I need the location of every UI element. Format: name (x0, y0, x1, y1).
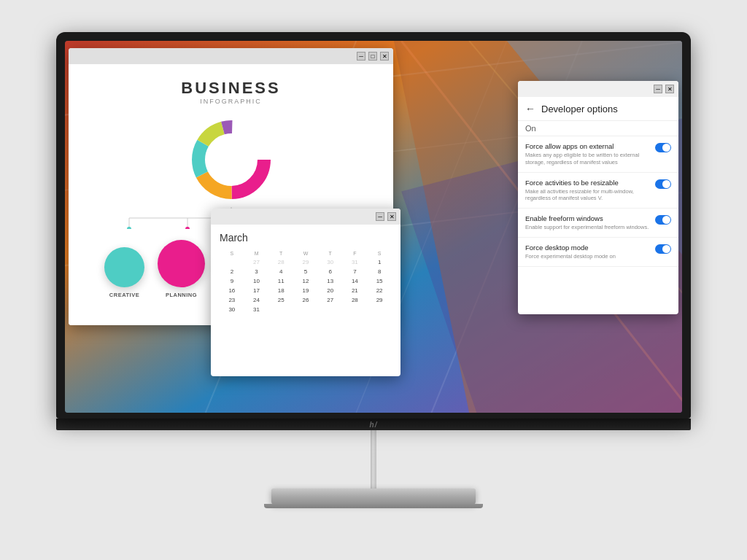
maximize-button[interactable]: □ (368, 52, 377, 61)
infographic-title: BUSINESS INFOGRAPHIC (181, 79, 280, 105)
dev-close-button[interactable]: ✕ (665, 85, 674, 93)
monitor-screen: ─ □ ✕ BUSINESS INFOGRAPHIC (65, 41, 682, 413)
dev-option-3: Enable freeform windows Enable support f… (518, 209, 678, 238)
dev-minimize-button[interactable]: ─ (654, 85, 662, 93)
back-button[interactable]: ← (525, 103, 535, 114)
calendar-week-1: 27 28 29 30 31 1 (220, 257, 392, 267)
infographic-subtitle: INFOGRAPHIC (181, 98, 280, 105)
developer-status: On (518, 121, 678, 136)
dev-option-3-title: Enable freeform windows (525, 214, 649, 222)
donut-chart (187, 116, 275, 203)
infographic-titlebar: ─ □ ✕ (69, 48, 393, 64)
circle-item-creative: CREATIVE (104, 247, 144, 298)
dev-option-2-title: Force activities to be resizable (525, 179, 649, 187)
monitor-base-foot (264, 504, 483, 508)
dev-toggle-1[interactable] (655, 143, 671, 152)
cal-close-button[interactable]: ✕ (387, 212, 396, 221)
circle-item-planning: PLANNING (158, 240, 205, 298)
dev-option-3-text: Enable freeform windows Enable support f… (525, 214, 649, 231)
svg-point-24 (127, 227, 131, 229)
circle-planning (158, 240, 205, 287)
monitor: ─ □ ✕ BUSINESS INFOGRAPHIC (45, 32, 702, 528)
dev-option-2: Force activities to be resizable Make al… (518, 173, 678, 209)
infographic-main-title: BUSINESS (181, 79, 280, 98)
calendar-month-label: March (220, 232, 392, 244)
monitor-frame: ─ □ ✕ BUSINESS INFOGRAPHIC (56, 32, 691, 419)
calendar-content: March S M T W T F S (211, 225, 400, 322)
dev-toggle-4[interactable] (655, 244, 671, 254)
calendar-week-3: 9 10 11 12 13 14 15 (220, 276, 392, 286)
day-header-s1: S (220, 249, 244, 257)
developer-titlebar: ─ ✕ (518, 81, 678, 97)
dev-option-1-text: Force allow apps on external Makes any a… (525, 142, 649, 166)
developer-header: ← Developer options (518, 97, 678, 121)
monitor-neck (371, 430, 376, 489)
hp-logo: h/ (370, 421, 378, 429)
dev-option-2-desc: Make all activities resizable for multi-… (525, 188, 649, 203)
dev-toggle-2[interactable] (655, 179, 671, 189)
day-header-m: M (244, 249, 269, 257)
calendar-week-4: 16 17 18 19 20 21 22 (220, 286, 392, 295)
developer-options-window: ─ ✕ ← Developer options On Force allow a… (518, 81, 678, 314)
calendar-window: ─ ✕ March S M T W T F (211, 209, 400, 376)
calendar-week-5: 23 24 25 26 27 28 29 (220, 295, 392, 305)
svg-point-25 (185, 227, 190, 229)
calendar-grid: S M T W T F S 2 (220, 249, 392, 314)
day-header-t2: T (318, 249, 343, 257)
dev-toggle-3[interactable] (655, 215, 671, 225)
label-planning: PLANNING (166, 292, 197, 298)
dev-option-1-title: Force allow apps on external (525, 142, 649, 150)
day-header-s2: S (367, 249, 392, 257)
calendar-week-6: 30 31 (220, 305, 392, 314)
circle-creative (104, 247, 144, 287)
dev-option-4: Force desktop mode Force experimental de… (518, 238, 678, 267)
day-header-t1: T (268, 249, 293, 257)
close-button[interactable]: ✕ (380, 52, 389, 61)
monitor-chin: h/ (56, 419, 691, 430)
dev-option-1: Force allow apps on external Makes any a… (518, 136, 678, 173)
minimize-button[interactable]: ─ (357, 52, 365, 61)
calendar-week-2: 2 3 4 5 6 7 8 (220, 267, 392, 276)
dev-option-3-desc: Enable support for experimental freeform… (525, 224, 649, 231)
label-creative: CREATIVE (109, 292, 139, 298)
dev-option-2-text: Force activities to be resizable Make al… (525, 179, 649, 203)
dev-option-1-desc: Makes any app eligible to be written to … (525, 152, 649, 166)
calendar-titlebar: ─ ✕ (211, 209, 400, 225)
monitor-base (271, 489, 476, 505)
dev-option-4-title: Force desktop mode (525, 244, 649, 252)
dev-option-4-desc: Force experimental desktop mode on (525, 253, 649, 260)
day-header-f: F (343, 249, 368, 257)
cal-minimize-button[interactable]: ─ (376, 212, 384, 221)
day-header-w: W (293, 249, 318, 257)
dev-option-4-text: Force desktop mode Force experimental de… (525, 244, 649, 260)
developer-title: Developer options (541, 104, 618, 114)
